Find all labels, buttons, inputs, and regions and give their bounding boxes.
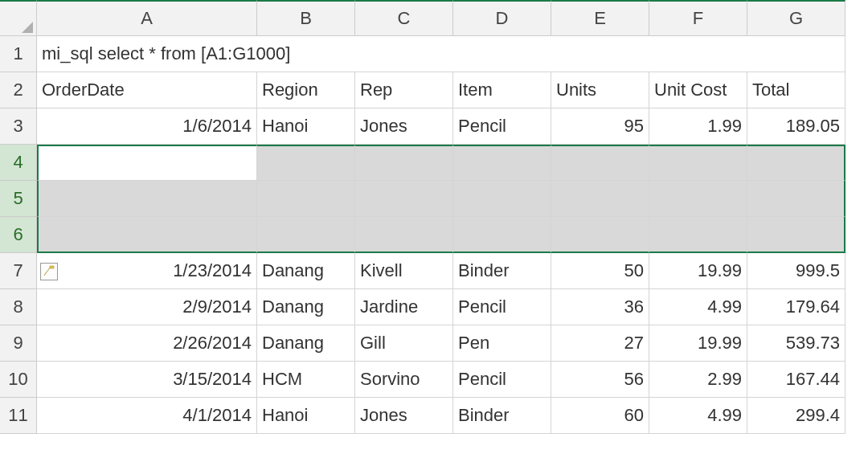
cell-D8[interactable]: Pencil bbox=[453, 289, 551, 325]
paste-options-icon bbox=[43, 265, 55, 278]
cell-D10[interactable]: Pencil bbox=[453, 362, 551, 398]
cell-C11[interactable]: Jones bbox=[355, 398, 453, 434]
cell-E7[interactable]: 50 bbox=[551, 253, 649, 289]
cell-B6[interactable] bbox=[257, 217, 355, 253]
cell-B10[interactable]: HCM bbox=[257, 362, 355, 398]
col-header-A[interactable]: A bbox=[37, 0, 257, 36]
cell-A9[interactable]: 2/26/2014 bbox=[37, 325, 257, 362]
cell-E4[interactable] bbox=[551, 145, 649, 181]
cell-G9[interactable]: 539.73 bbox=[747, 325, 845, 362]
row-header-8[interactable]: 8 bbox=[0, 289, 37, 325]
cell-C3[interactable]: Jones bbox=[355, 108, 453, 145]
cell-B11[interactable]: Hanoi bbox=[257, 398, 355, 434]
cell-A7[interactable]: 1/23/2014 bbox=[37, 253, 257, 289]
col-header-F[interactable]: F bbox=[649, 0, 747, 36]
spreadsheet-grid[interactable]: A B C D E F G 1 mi_sql select * from [A1… bbox=[0, 0, 868, 434]
col-header-E[interactable]: E bbox=[551, 0, 649, 36]
row-header-9[interactable]: 9 bbox=[0, 325, 37, 362]
row-header-10[interactable]: 10 bbox=[0, 362, 37, 398]
cell-F3[interactable]: 1.99 bbox=[649, 108, 747, 145]
cell-D7[interactable]: Binder bbox=[453, 253, 551, 289]
cell-B7[interactable]: Danang bbox=[257, 253, 355, 289]
cell-B3[interactable]: Hanoi bbox=[257, 108, 355, 145]
cell-A1[interactable]: mi_sql select * from [A1:G1000] bbox=[37, 36, 845, 72]
row-header-4[interactable]: 4 bbox=[0, 145, 37, 181]
row-header-1[interactable]: 1 bbox=[0, 36, 37, 72]
cell-E8[interactable]: 36 bbox=[551, 289, 649, 325]
cell-G5[interactable] bbox=[747, 181, 845, 217]
cell-F2[interactable]: Unit Cost bbox=[649, 72, 747, 108]
cell-A6[interactable] bbox=[37, 217, 257, 253]
cell-B4[interactable] bbox=[257, 145, 355, 181]
select-all-corner[interactable] bbox=[0, 0, 37, 36]
cell-A11[interactable]: 4/1/2014 bbox=[37, 398, 257, 434]
cell-D5[interactable] bbox=[453, 181, 551, 217]
cell-F10[interactable]: 2.99 bbox=[649, 362, 747, 398]
cell-E3[interactable]: 95 bbox=[551, 108, 649, 145]
cell-F7[interactable]: 19.99 bbox=[649, 253, 747, 289]
cell-B5[interactable] bbox=[257, 181, 355, 217]
cell-F6[interactable] bbox=[649, 217, 747, 253]
cell-C10[interactable]: Sorvino bbox=[355, 362, 453, 398]
row-header-3[interactable]: 3 bbox=[0, 108, 37, 145]
cell-A8[interactable]: 2/9/2014 bbox=[37, 289, 257, 325]
cell-D2[interactable]: Item bbox=[453, 72, 551, 108]
cell-D11[interactable]: Binder bbox=[453, 398, 551, 434]
col-header-G[interactable]: G bbox=[747, 0, 845, 36]
cell-D3[interactable]: Pencil bbox=[453, 108, 551, 145]
cell-G8[interactable]: 179.64 bbox=[747, 289, 845, 325]
col-header-D[interactable]: D bbox=[453, 0, 551, 36]
cell-F5[interactable] bbox=[649, 181, 747, 217]
cell-A4[interactable] bbox=[37, 145, 257, 181]
cell-A10[interactable]: 3/15/2014 bbox=[37, 362, 257, 398]
cell-F9[interactable]: 19.99 bbox=[649, 325, 747, 362]
cell-E9[interactable]: 27 bbox=[551, 325, 649, 362]
cell-G2[interactable]: Total bbox=[747, 72, 845, 108]
cell-A7-value: 1/23/2014 bbox=[173, 260, 252, 281]
cell-C7[interactable]: Kivell bbox=[355, 253, 453, 289]
cell-G6[interactable] bbox=[747, 217, 845, 253]
cell-G11[interactable]: 299.4 bbox=[747, 398, 845, 434]
row-header-11[interactable]: 11 bbox=[0, 398, 37, 434]
cell-D4[interactable] bbox=[453, 145, 551, 181]
cell-D6[interactable] bbox=[453, 217, 551, 253]
cell-E11[interactable]: 60 bbox=[551, 398, 649, 434]
cell-E10[interactable]: 56 bbox=[551, 362, 649, 398]
cell-E5[interactable] bbox=[551, 181, 649, 217]
cell-G7[interactable]: 999.5 bbox=[747, 253, 845, 289]
cell-C4[interactable] bbox=[355, 145, 453, 181]
cell-G10[interactable]: 167.44 bbox=[747, 362, 845, 398]
cell-C8[interactable]: Jardine bbox=[355, 289, 453, 325]
cell-C9[interactable]: Gill bbox=[355, 325, 453, 362]
cell-F11[interactable]: 4.99 bbox=[649, 398, 747, 434]
cell-E6[interactable] bbox=[551, 217, 649, 253]
cell-B8[interactable]: Danang bbox=[257, 289, 355, 325]
col-header-B[interactable]: B bbox=[257, 0, 355, 36]
cell-B9[interactable]: Danang bbox=[257, 325, 355, 362]
cell-A2[interactable]: OrderDate bbox=[37, 72, 257, 108]
cell-A3[interactable]: 1/6/2014 bbox=[37, 108, 257, 145]
cell-C5[interactable] bbox=[355, 181, 453, 217]
row-header-7[interactable]: 7 bbox=[0, 253, 37, 289]
svg-rect-1 bbox=[50, 266, 54, 268]
cell-F8[interactable]: 4.99 bbox=[649, 289, 747, 325]
cell-C2[interactable]: Rep bbox=[355, 72, 453, 108]
row-header-6[interactable]: 6 bbox=[0, 217, 37, 253]
cell-B2[interactable]: Region bbox=[257, 72, 355, 108]
row-header-2[interactable]: 2 bbox=[0, 72, 37, 108]
cell-D9[interactable]: Pen bbox=[453, 325, 551, 362]
cell-A5[interactable] bbox=[37, 181, 257, 217]
cell-C6[interactable] bbox=[355, 217, 453, 253]
cell-F4[interactable] bbox=[649, 145, 747, 181]
cell-G3[interactable]: 189.05 bbox=[747, 108, 845, 145]
col-header-C[interactable]: C bbox=[355, 0, 453, 36]
paste-options-button[interactable] bbox=[40, 263, 58, 280]
cell-G4[interactable] bbox=[747, 145, 845, 181]
row-header-5[interactable]: 5 bbox=[0, 181, 37, 217]
cell-E2[interactable]: Units bbox=[551, 72, 649, 108]
